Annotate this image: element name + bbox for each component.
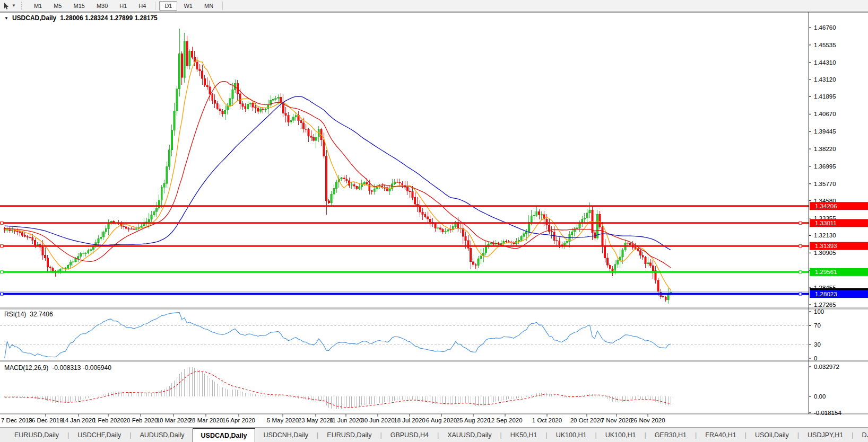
date-tick-label: 6 Aug 2020 bbox=[426, 417, 457, 423]
chart-tab-gbpusd-h4[interactable]: GBPUSD,H4 bbox=[383, 428, 437, 442]
date-tick-label: 5 May 2020 bbox=[267, 417, 299, 423]
date-tick-label: 16 Apr 2020 bbox=[222, 417, 255, 423]
hline-handle[interactable] bbox=[799, 293, 802, 295]
date-tick-label: 12 Sep 2020 bbox=[488, 417, 522, 423]
timeframe-button-m1[interactable]: M1 bbox=[29, 1, 47, 11]
chart-tab-usoil-daily[interactable]: USOil,Daily bbox=[747, 428, 797, 442]
axis-tick-label: 1.38220 bbox=[814, 146, 836, 152]
toolbar-separator bbox=[155, 2, 155, 10]
svg-text:1.31393: 1.31393 bbox=[815, 243, 837, 249]
date-tick-label: 30 Jun 2020 bbox=[361, 417, 394, 423]
timeframe-button-m5[interactable]: M5 bbox=[48, 1, 67, 11]
axis-tick-label: 1.40670 bbox=[814, 111, 836, 117]
hline-price-label: 1.28023 bbox=[810, 290, 868, 298]
collapse-caret-icon[interactable]: ▼ bbox=[4, 16, 8, 21]
hline-handle[interactable] bbox=[1, 245, 3, 247]
date-tick-label: 10 Mar 2020 bbox=[157, 417, 191, 423]
chart-tab-usdcnh-daily[interactable]: USDCNH,Daily bbox=[255, 428, 316, 442]
axis-tick-label: 1.46760 bbox=[814, 24, 836, 31]
toolbar-grip[interactable] bbox=[21, 2, 24, 10]
axis-tick-label: 30 bbox=[814, 341, 821, 348]
chart-title: ▼ USDCAD,Daily 1.28006 1.28324 1.27899 1… bbox=[4, 14, 158, 22]
hline-handle[interactable] bbox=[1, 271, 3, 273]
timeframe-button-w1[interactable]: W1 bbox=[178, 1, 198, 11]
hline-price-label: 1.33011 bbox=[810, 219, 868, 227]
date-tick-label: 26 Dec 2019 bbox=[28, 417, 63, 423]
axis-tick-label: 0 bbox=[814, 355, 817, 361]
axis-tick-label: 1.41895 bbox=[814, 93, 836, 100]
chart-tab-dj30-daily[interactable]: DJ30,Daily bbox=[854, 428, 868, 442]
chart-tab-fra40-h1[interactable]: FRA40,H1 bbox=[697, 428, 744, 442]
date-tick-label: 11 Jun 2020 bbox=[329, 417, 362, 423]
toolbar: ▼ M1M5M15M30H1H4D1W1MN bbox=[0, 0, 868, 12]
svg-text:1.33011: 1.33011 bbox=[815, 220, 837, 226]
chart-tab-usdcad-daily[interactable]: USDCAD,Daily bbox=[193, 428, 256, 442]
date-tick-label: 25 Aug 2020 bbox=[456, 417, 491, 423]
axis-tick-label: 1.30905 bbox=[814, 250, 836, 256]
chart-tab-usdchf-daily[interactable]: USDCHF,Daily bbox=[70, 428, 129, 442]
date-tick-label: 1 Oct 2020 bbox=[532, 417, 562, 423]
macd-values: -0.008313 -0.006940 bbox=[52, 364, 111, 372]
macd-indicator-label: MACD(12,26,9) -0.008313 -0.006940 bbox=[4, 364, 111, 372]
hline-handle[interactable] bbox=[799, 222, 802, 224]
svg-text:1.34206: 1.34206 bbox=[815, 203, 837, 209]
rsi-indicator-label: RSI(14) 32.7406 bbox=[4, 311, 53, 318]
svg-text:1.29561: 1.29561 bbox=[815, 269, 837, 275]
chart-tab-eurusd-daily[interactable]: EURUSD,Daily bbox=[319, 428, 379, 442]
chart-symbol-label: USDCAD,Daily bbox=[12, 14, 56, 22]
date-tick-label: 28 Mar 2020 bbox=[189, 417, 223, 423]
hline-handle[interactable] bbox=[799, 245, 802, 247]
svg-text:1.28023: 1.28023 bbox=[815, 291, 837, 297]
axis-tick-label: 100 bbox=[814, 308, 824, 315]
cursor-tool-button[interactable]: ▼ bbox=[0, 1, 18, 11]
timeframe-button-d1[interactable]: D1 bbox=[159, 1, 177, 11]
chart-tab-uk100-h1[interactable]: UK100,H1 bbox=[548, 428, 595, 442]
mt4-window: ▼ M1M5M15M30H1H4D1W1MN 1.467601.455351.4… bbox=[0, 0, 868, 442]
axis-tick-label: 1.35770 bbox=[814, 181, 836, 187]
axis-tick-label: 0.032972 bbox=[814, 364, 839, 370]
hline-1-28023[interactable] bbox=[0, 293, 809, 295]
symbol-tabbar: EURUSD,Daily|USDCHF,Daily|AUDUSD,DailyUS… bbox=[0, 427, 868, 442]
chart-tab-xauusd-daily[interactable]: XAUUSD,Daily bbox=[439, 428, 499, 442]
date-tick-label: 7 Dec 2019 bbox=[1, 417, 32, 423]
axis-tick-label: 1.43120 bbox=[814, 76, 836, 83]
date-tick-label: 26 Nov 2020 bbox=[630, 417, 665, 423]
chart-tab-ger30-h1[interactable]: GER30,H1 bbox=[647, 428, 695, 442]
axis-tick-label: 1.45535 bbox=[814, 42, 836, 48]
axis-tick-label: 70 bbox=[814, 322, 821, 329]
toolbar-separator bbox=[222, 2, 223, 10]
timeframe-button-m30[interactable]: M30 bbox=[91, 1, 113, 11]
chart-tab-uk100-h1[interactable]: UK100,H1 bbox=[597, 428, 644, 442]
chart-tab-usdjpy-h1[interactable]: USDJPY,H1 bbox=[800, 428, 851, 442]
hline-price-label: 1.31393 bbox=[810, 242, 868, 250]
chart-tab-eurusd-daily[interactable]: EURUSD,Daily bbox=[6, 428, 67, 442]
date-tick-label: 7 Nov 2020 bbox=[601, 417, 632, 423]
hline-handle[interactable] bbox=[1, 222, 3, 224]
hline-handle[interactable] bbox=[799, 271, 802, 273]
dropdown-caret-icon: ▼ bbox=[12, 3, 16, 8]
axis-tick-label: 1.44310 bbox=[814, 59, 836, 66]
date-tick-label: 23 May 2020 bbox=[298, 417, 334, 423]
timeframe-button-h4[interactable]: H4 bbox=[133, 1, 151, 11]
macd-name: MACD(12,26,9) bbox=[4, 364, 48, 372]
timeframe-button-m15[interactable]: M15 bbox=[68, 1, 90, 11]
chart-tab-audusd-daily[interactable]: AUDUSD,Daily bbox=[132, 428, 193, 442]
timeframe-button-h1[interactable]: H1 bbox=[114, 1, 132, 11]
date-tick-label: 14 Jan 2020 bbox=[62, 417, 95, 423]
axis-tick-label: -0.018154 bbox=[814, 410, 841, 416]
hline-price-label: 1.34206 bbox=[810, 202, 868, 210]
chart-canvas[interactable]: 1.467601.455351.443101.431201.418951.406… bbox=[0, 12, 868, 427]
chart-tab-hk50-h1[interactable]: HK50,H1 bbox=[502, 428, 545, 442]
axis-tick-label: 1.32130 bbox=[814, 232, 836, 238]
rsi-value: 32.7406 bbox=[30, 311, 53, 318]
axis-tick-label: 0.00 bbox=[814, 393, 826, 400]
hline-handle[interactable] bbox=[1, 293, 3, 295]
chart-ohlc-values: 1.28006 1.28324 1.27899 1.28175 bbox=[60, 14, 158, 22]
rsi-name: RSI(14) bbox=[4, 311, 26, 318]
cursor-arrow-icon bbox=[3, 2, 10, 10]
axis-tick-label: 1.36995 bbox=[814, 163, 836, 170]
timeframe-button-mn[interactable]: MN bbox=[199, 1, 219, 11]
axis-tick-label: 1.39445 bbox=[814, 128, 836, 135]
hline-price-label: 1.29561 bbox=[810, 268, 868, 276]
timeframe-buttons: M1M5M15M30H1H4D1W1MN bbox=[28, 0, 226, 12]
